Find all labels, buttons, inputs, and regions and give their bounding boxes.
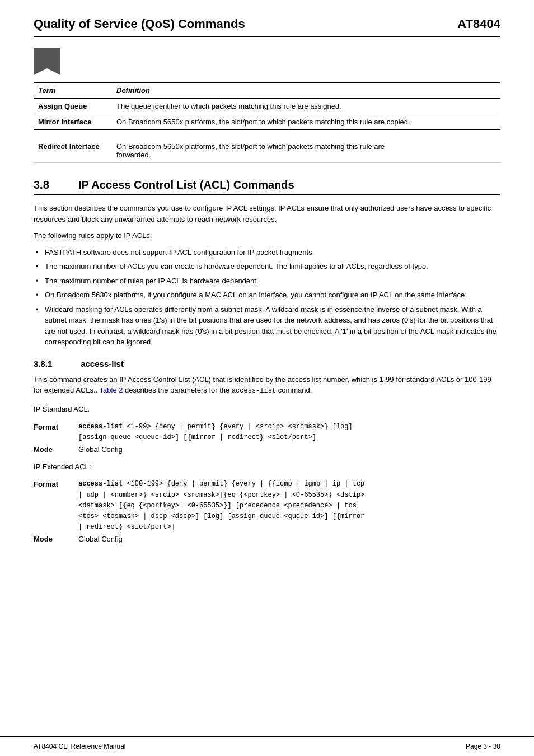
redirect-term: Redirect Interface	[34, 139, 112, 163]
bookmark-icon	[34, 48, 60, 75]
mode-value-extended: Global Config	[78, 535, 123, 543]
page-title: Quality of Service (QoS) Commands	[34, 17, 245, 31]
list-item: Wildcard masking for ACLs operates diffe…	[34, 304, 500, 348]
term-cell: Assign Queue	[34, 99, 112, 114]
mode-row-extended: Mode Global Config	[34, 535, 500, 543]
section-381-title: access-list	[81, 359, 124, 368]
mode-label-standard: Mode	[34, 445, 78, 454]
format-label-extended: Format	[34, 479, 78, 533]
redirect-definition: On Broadcom 5650x platforms, the slot/po…	[112, 139, 500, 163]
section-38-number: 3.8	[34, 179, 78, 192]
product-name: AT8404	[457, 17, 500, 31]
term-cell: Mirror Interface	[34, 114, 112, 130]
definition-table: Term Definition Assign Queue The queue i…	[34, 82, 500, 130]
list-item: On Broadcom 5630x platforms, if you conf…	[34, 290, 500, 301]
table-2-link[interactable]: Table 2	[100, 386, 123, 394]
format-cmd-bold-ext: access-list	[78, 480, 123, 488]
table-header-definition: Definition	[112, 82, 500, 99]
section-381-number: 3.8.1	[34, 359, 78, 368]
ip-standard-label: IP Standard ACL:	[34, 404, 500, 415]
footer-center: Page 3 - 30	[466, 743, 500, 750]
table-row: Redirect Interface On Broadcom 5650x pla…	[34, 139, 500, 163]
format-ext-line4: <tos> <tosmask> | dscp <dscp>] [log] [as…	[78, 512, 364, 520]
redirect-table: Redirect Interface On Broadcom 5650x pla…	[34, 139, 500, 163]
definition-cell: On Broadcom 5650x platforms, the slot/po…	[112, 114, 500, 130]
format-ext-line1: access-list <100-199> {deny | permit} {e…	[78, 480, 364, 488]
definition-cell: The queue identifier to which packets ma…	[112, 99, 500, 114]
mode-value-standard: Global Config	[78, 445, 123, 454]
section-38-heading: 3.8 IP Access Control List (ACL) Command…	[34, 179, 500, 195]
section-381-heading: 3.8.1 access-list	[34, 359, 500, 368]
page: Quality of Service (QoS) Commands AT8404…	[0, 0, 534, 756]
content-area: Quality of Service (QoS) Commands AT8404…	[0, 0, 534, 584]
format-ext-line5: | redirect} <slot/port>]	[78, 523, 175, 531]
section-38-intro1: This section describes the commands you …	[34, 203, 500, 225]
format-value-extended: access-list <100-199> {deny | permit} {e…	[78, 479, 500, 533]
format-cmd-bold: access-list	[78, 423, 123, 431]
table-row: Mirror Interface On Broadcom 5650x platf…	[34, 114, 500, 130]
mode-row-standard: Mode Global Config	[34, 445, 500, 454]
intro-end: command.	[276, 386, 312, 394]
list-item: The maximum number of ACLs you can creat…	[34, 261, 500, 272]
page-footer: AT8404 CLI Reference Manual Page 3 - 30	[0, 736, 534, 756]
ip-extended-label: IP Extended ACL:	[34, 461, 500, 473]
format-line2: [assign-queue <queue-id>] [{mirror | red…	[78, 433, 316, 441]
footer-left: AT8404 CLI Reference Manual	[34, 743, 126, 750]
format-label: Format	[34, 422, 78, 443]
intro-suffix: describes the parameters for the	[123, 386, 230, 394]
bullet-list: FASTPATH software does not support IP AC…	[34, 247, 500, 348]
format-row-extended: Format access-list <100-199> {deny | per…	[34, 479, 500, 533]
format-value-standard: access-list <1-99> {deny | permit} {ever…	[78, 422, 500, 443]
format-row: Format access-list <1-99> {deny | permit…	[34, 422, 500, 443]
table-row: Assign Queue The queue identifier to whi…	[34, 99, 500, 114]
table-header-term: Term	[34, 82, 112, 99]
section-381-intro: This command creates an IP Access Contro…	[34, 374, 500, 396]
section-38-intro2: The following rules apply to IP ACLs:	[34, 230, 500, 241]
page-header: Quality of Service (QoS) Commands AT8404	[34, 17, 500, 37]
intro-period: .	[96, 386, 100, 394]
list-item: The maximum number of rules per IP ACL i…	[34, 276, 500, 287]
cmd-ref: access-list	[232, 387, 276, 395]
mode-label-extended: Mode	[34, 535, 78, 543]
format-block-standard: Format access-list <1-99> {deny | permit…	[34, 422, 500, 454]
format-ext-line2: | udp | <number>} <srcip> <srcmask>[{eq …	[78, 491, 364, 499]
list-item: FASTPATH software does not support IP AC…	[34, 247, 500, 258]
section-38-title: IP Access Control List (ACL) Commands	[78, 179, 294, 192]
format-line1: access-list <1-99> {deny | permit} {ever…	[78, 423, 353, 431]
format-block-extended: Format access-list <100-199> {deny | per…	[34, 479, 500, 543]
format-ext-line3: <dstmask> [{eq {<portkey>| <0-65535>}] […	[78, 502, 357, 510]
